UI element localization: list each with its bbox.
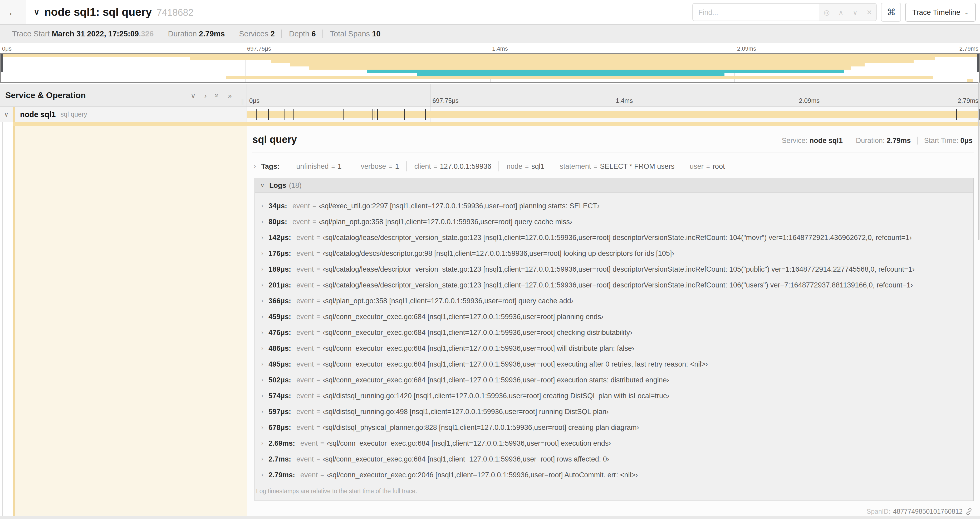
log-entry[interactable]: › 201μs: event = ‹sql/catalog/lease/desc… — [260, 277, 969, 293]
log-time: 2.79ms: — [269, 471, 295, 479]
equals-sign: = — [317, 313, 320, 320]
span-meta-item: Duration: 2.79ms — [849, 137, 917, 145]
chevron-right-icon: › — [261, 471, 263, 478]
log-entry[interactable]: › 495μs: event = ‹sql/conn_executor_exec… — [260, 356, 969, 372]
log-marker-tick — [425, 109, 426, 120]
log-field-value: ‹sql/distsql_running.go:498 [nsql1,clien… — [323, 407, 609, 415]
ruler-label: 2.79ms — [958, 97, 978, 104]
log-entry[interactable]: › 366μs: event = ‹sql/plan_opt.go:358 [n… — [260, 293, 969, 308]
log-entry[interactable]: › 486μs: event = ‹sql/conn_executor_exec… — [260, 340, 969, 356]
timeline-ruler: 0μs697.75μs1.4ms2.09ms2.79ms — [247, 85, 980, 107]
ruler-label: 697.75μs — [433, 97, 459, 104]
chevron-right-icon: › — [261, 218, 263, 225]
collapse-all-icon[interactable]: » — [213, 93, 221, 97]
tags-label: Tags: — [261, 162, 280, 170]
equals-sign: = — [317, 345, 320, 352]
viewport-handle-right[interactable] — [977, 54, 979, 72]
log-field-value: ‹sql/distsql_physical_planner.go:828 [ns… — [323, 423, 639, 431]
log-entry[interactable]: › 142μs: event = ‹sql/catalog/lease/desc… — [260, 230, 969, 245]
minimap-span-bar — [226, 76, 933, 79]
log-marker-tick — [377, 109, 378, 120]
service-operation-header: Service & Operation ∨ › » » ∥ — [0, 85, 247, 107]
minimap-span-bar — [417, 73, 725, 76]
log-entry[interactable]: › 678μs: event = ‹sql/distsql_physical_p… — [260, 419, 969, 435]
ruler-gridline — [614, 85, 614, 107]
minimap-span-rows — [1, 54, 979, 82]
chevron-right-icon: › — [261, 297, 263, 304]
logs-title: Logs — [269, 181, 286, 189]
chevron-right-icon: › — [254, 163, 256, 169]
collapse-one-icon[interactable]: ∨ — [191, 91, 196, 100]
log-entry[interactable]: › 80μs: event = ‹sql/plan_opt.go:358 [ns… — [260, 214, 969, 230]
log-marker-tick — [379, 109, 379, 120]
log-entry[interactable]: › 189μs: event = ‹sql/catalog/lease/desc… — [260, 261, 969, 277]
log-field-key: event — [296, 407, 314, 415]
log-entry[interactable]: › 176μs: event = ‹sql/catalog/descs/desc… — [260, 245, 969, 261]
log-entry[interactable]: › 597μs: event = ‹sql/distsql_running.go… — [260, 404, 969, 419]
log-field-value: ‹sql/plan_opt.go:358 [nsql1,client=127.0… — [319, 217, 572, 225]
detail-title-row: sql query Service: node sql1Duration: 2.… — [252, 134, 974, 145]
row-gutter — [0, 122, 13, 519]
span-detail-panel: sql query Service: node sql1Duration: 2.… — [247, 122, 980, 519]
log-entry[interactable]: › 2.7ms: event = ‹sql/conn_executor_exec… — [260, 451, 969, 467]
log-entry[interactable]: › 34μs: event = ‹sql/exec_util.go:2297 [… — [260, 198, 969, 214]
tags-row[interactable]: › Tags: _unfinished=1_verbose=1client=12… — [252, 158, 974, 174]
chevron-right-icon: › — [261, 408, 263, 415]
log-field-key: event — [296, 297, 314, 305]
ruler-label: 1.4ms — [616, 97, 633, 104]
log-entry[interactable]: › 459μs: event = ‹sql/conn_executor_exec… — [260, 308, 969, 324]
log-entry[interactable]: › 502μs: event = ‹sql/conn_executor_exec… — [260, 372, 969, 388]
minimap-span-bar — [967, 79, 973, 82]
log-marker-tick — [343, 109, 344, 120]
tag-item: user=root — [682, 161, 732, 171]
page-title: node sql1: sql query — [44, 6, 152, 18]
log-time: 574μs: — [269, 391, 291, 399]
log-field-key: event — [296, 344, 314, 352]
locate-icon[interactable]: ◎ — [819, 8, 834, 16]
expand-one-icon[interactable]: › — [204, 91, 207, 100]
span-name-cell[interactable]: ∨ node sql1 sql query — [0, 107, 247, 122]
minimap-canvas[interactable] — [0, 53, 980, 83]
header-controls: ◎ ∧ ∨ ✕ ⌘ Trace Timeline ⌄ — [693, 3, 976, 22]
expand-all-icon[interactable]: » — [228, 91, 232, 100]
link-icon[interactable] — [965, 508, 973, 515]
span-bar-cell[interactable] — [247, 107, 980, 122]
clear-search-icon[interactable]: ✕ — [862, 8, 877, 16]
log-entry[interactable]: › 2.69ms: event = ‹sql/conn_executor_exe… — [260, 435, 969, 451]
span-row[interactable]: ∨ node sql1 sql query — [0, 107, 980, 122]
vertical-scrollbar[interactable] — [978, 82, 980, 240]
collapse-trace-icon[interactable]: ∨ — [34, 7, 40, 17]
tag-item: _unfinished=1 — [285, 161, 349, 171]
logs-header[interactable]: ∨ Logs (18) — [255, 178, 973, 193]
log-field-key: event — [296, 265, 314, 273]
chevron-down-icon: ∨ — [260, 182, 264, 189]
column-resize-grip[interactable]: ∥ — [241, 98, 244, 105]
log-entry[interactable]: › 476μs: event = ‹sql/conn_executor_exec… — [260, 324, 969, 340]
log-field-value: ‹sql/catalog/lease/descriptor_version_st… — [323, 233, 912, 241]
view-selector-label: Trace Timeline — [912, 8, 961, 16]
log-time: 495μs: — [269, 360, 291, 368]
trace-id: 7418682 — [156, 7, 193, 18]
row-collapse-icon[interactable]: ∨ — [4, 111, 11, 118]
keyboard-shortcuts-button[interactable]: ⌘ — [881, 3, 901, 22]
log-entry[interactable]: › 2.79ms: event = ‹sql/conn_executor_exe… — [260, 467, 969, 482]
log-entry[interactable]: › 574μs: event = ‹sql/distsql_running.go… — [260, 388, 969, 404]
find-input[interactable] — [693, 4, 819, 21]
tag-item: client=127.0.0.1:59936 — [406, 161, 499, 171]
operation-name: sql query — [60, 111, 87, 118]
log-time: 486μs: — [269, 344, 291, 352]
log-marker-tick — [300, 109, 300, 120]
back-button[interactable]: ← — [0, 0, 26, 24]
log-field-key: event — [293, 202, 310, 210]
next-match-icon[interactable]: ∨ — [848, 8, 862, 16]
span-meta: Service: node sql1Duration: 2.79msStart … — [776, 137, 974, 145]
view-selector-button[interactable]: Trace Timeline ⌄ — [905, 3, 976, 22]
logs-count: (18) — [289, 181, 302, 189]
prev-match-icon[interactable]: ∧ — [834, 8, 848, 16]
viewport-handle-left[interactable] — [1, 54, 3, 72]
logs-section: ∨ Logs (18) › 34μs: event = ‹sql/exec_ut… — [255, 178, 974, 501]
equals-sign: = — [317, 392, 320, 399]
log-field-key: event — [296, 313, 314, 320]
minimap-span-bar — [271, 60, 913, 63]
log-marker-tick — [372, 109, 373, 120]
